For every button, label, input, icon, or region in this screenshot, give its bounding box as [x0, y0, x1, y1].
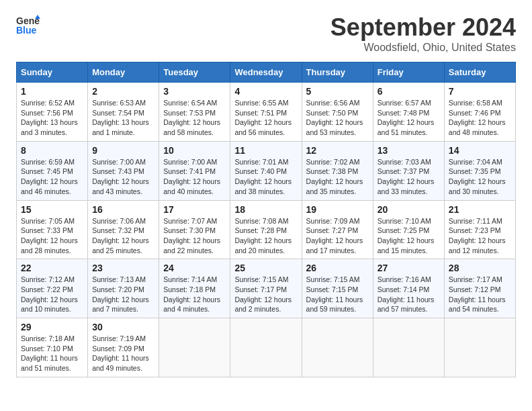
- day-number: 26: [306, 263, 369, 273]
- calendar-cell: [373, 318, 444, 377]
- day-number: 16: [92, 204, 154, 215]
- day-info: Sunrise: 6:58 AM Sunset: 7:46 PM Dayligh…: [449, 98, 511, 138]
- calendar-week-row: 29Sunrise: 7:18 AM Sunset: 7:10 PM Dayli…: [17, 318, 516, 377]
- day-number: 17: [163, 204, 226, 215]
- day-info: Sunrise: 7:02 AM Sunset: 7:38 PM Dayligh…: [306, 157, 369, 197]
- day-number: 24: [163, 263, 226, 273]
- day-number: 15: [21, 204, 83, 215]
- calendar-cell: [302, 318, 373, 377]
- day-number: 3: [163, 86, 226, 97]
- calendar-cell: 28Sunrise: 7:17 AM Sunset: 7:12 PM Dayli…: [444, 259, 515, 318]
- day-info: Sunrise: 6:52 AM Sunset: 7:56 PM Dayligh…: [21, 98, 83, 138]
- day-info: Sunrise: 6:59 AM Sunset: 7:45 PM Dayligh…: [21, 157, 83, 197]
- day-info: Sunrise: 7:04 AM Sunset: 7:35 PM Dayligh…: [449, 157, 511, 197]
- day-number: 5: [306, 86, 369, 97]
- calendar-cell: 22Sunrise: 7:12 AM Sunset: 7:22 PM Dayli…: [17, 259, 88, 318]
- calendar-cell: 13Sunrise: 7:03 AM Sunset: 7:37 PM Dayli…: [373, 141, 444, 200]
- calendar-cell: [159, 318, 230, 377]
- calendar-week-row: 15Sunrise: 7:05 AM Sunset: 7:33 PM Dayli…: [17, 200, 516, 259]
- calendar-cell: 26Sunrise: 7:15 AM Sunset: 7:15 PM Dayli…: [302, 259, 373, 318]
- day-number: 4: [234, 86, 297, 97]
- column-header-tuesday: Tuesday: [159, 62, 230, 83]
- title-area: September 2024 Woodsfield, Ohio, United …: [330, 13, 516, 54]
- day-info: Sunrise: 7:07 AM Sunset: 7:30 PM Dayligh…: [163, 216, 226, 256]
- calendar-cell: 9Sunrise: 7:00 AM Sunset: 7:43 PM Daylig…: [88, 141, 159, 200]
- calendar-cell: 14Sunrise: 7:04 AM Sunset: 7:35 PM Dayli…: [444, 141, 515, 200]
- day-info: Sunrise: 7:18 AM Sunset: 7:10 PM Dayligh…: [21, 334, 83, 373]
- calendar-cell: 15Sunrise: 7:05 AM Sunset: 7:33 PM Dayli…: [17, 200, 88, 259]
- day-info: Sunrise: 7:06 AM Sunset: 7:32 PM Dayligh…: [92, 216, 154, 256]
- calendar-cell: 20Sunrise: 7:10 AM Sunset: 7:25 PM Dayli…: [373, 200, 444, 259]
- calendar-cell: 24Sunrise: 7:14 AM Sunset: 7:18 PM Dayli…: [159, 259, 230, 318]
- day-number: 1: [21, 86, 83, 97]
- day-info: Sunrise: 7:17 AM Sunset: 7:12 PM Dayligh…: [449, 275, 511, 314]
- month-title: September 2024: [330, 13, 516, 42]
- calendar-cell: 23Sunrise: 7:13 AM Sunset: 7:20 PM Dayli…: [88, 259, 159, 318]
- calendar-cell: 1Sunrise: 6:52 AM Sunset: 7:56 PM Daylig…: [17, 83, 88, 142]
- calendar-cell: 5Sunrise: 6:56 AM Sunset: 7:50 PM Daylig…: [302, 83, 373, 142]
- day-number: 20: [378, 204, 440, 215]
- day-info: Sunrise: 7:12 AM Sunset: 7:22 PM Dayligh…: [21, 275, 83, 314]
- calendar-cell: 18Sunrise: 7:08 AM Sunset: 7:28 PM Dayli…: [230, 200, 302, 259]
- location-title: Woodsfield, Ohio, United States: [330, 42, 516, 54]
- day-number: 14: [449, 145, 511, 156]
- calendar-cell: 19Sunrise: 7:09 AM Sunset: 7:27 PM Dayli…: [302, 200, 373, 259]
- page-header: General Blue September 2024 Woodsfield, …: [16, 13, 516, 54]
- calendar-cell: [444, 318, 515, 377]
- calendar-week-row: 1Sunrise: 6:52 AM Sunset: 7:56 PM Daylig…: [17, 83, 516, 142]
- day-info: Sunrise: 7:00 AM Sunset: 7:43 PM Dayligh…: [92, 157, 154, 197]
- day-info: Sunrise: 7:15 AM Sunset: 7:15 PM Dayligh…: [306, 275, 369, 314]
- day-info: Sunrise: 6:56 AM Sunset: 7:50 PM Dayligh…: [306, 98, 369, 138]
- calendar-cell: 7Sunrise: 6:58 AM Sunset: 7:46 PM Daylig…: [444, 83, 515, 142]
- day-info: Sunrise: 7:11 AM Sunset: 7:23 PM Dayligh…: [449, 216, 511, 256]
- day-info: Sunrise: 7:09 AM Sunset: 7:27 PM Dayligh…: [306, 216, 369, 256]
- day-number: 8: [21, 145, 83, 156]
- calendar-body: 1Sunrise: 6:52 AM Sunset: 7:56 PM Daylig…: [17, 83, 516, 377]
- calendar-cell: 27Sunrise: 7:16 AM Sunset: 7:14 PM Dayli…: [373, 259, 444, 318]
- day-number: 30: [92, 322, 154, 332]
- day-number: 9: [92, 145, 154, 156]
- day-number: 6: [378, 86, 440, 97]
- day-info: Sunrise: 7:14 AM Sunset: 7:18 PM Dayligh…: [163, 275, 226, 314]
- column-header-friday: Friday: [373, 62, 444, 83]
- calendar-cell: 10Sunrise: 7:00 AM Sunset: 7:41 PM Dayli…: [159, 141, 230, 200]
- column-header-sunday: Sunday: [17, 62, 88, 83]
- calendar-cell: 3Sunrise: 6:54 AM Sunset: 7:53 PM Daylig…: [159, 83, 230, 142]
- day-number: 19: [306, 204, 369, 215]
- calendar-cell: 8Sunrise: 6:59 AM Sunset: 7:45 PM Daylig…: [17, 141, 88, 200]
- calendar-cell: 17Sunrise: 7:07 AM Sunset: 7:30 PM Dayli…: [159, 200, 230, 259]
- svg-text:Blue: Blue: [16, 25, 37, 36]
- calendar-cell: 30Sunrise: 7:19 AM Sunset: 7:09 PM Dayli…: [88, 318, 159, 377]
- logo: General Blue: [16, 13, 40, 38]
- calendar-cell: 2Sunrise: 6:53 AM Sunset: 7:54 PM Daylig…: [88, 83, 159, 142]
- logo-icon: General Blue: [16, 13, 40, 38]
- day-number: 7: [449, 86, 511, 97]
- day-info: Sunrise: 7:16 AM Sunset: 7:14 PM Dayligh…: [378, 275, 440, 314]
- day-number: 23: [92, 263, 154, 273]
- day-info: Sunrise: 7:10 AM Sunset: 7:25 PM Dayligh…: [378, 216, 440, 256]
- day-number: 13: [378, 145, 440, 156]
- calendar-cell: 25Sunrise: 7:15 AM Sunset: 7:17 PM Dayli…: [230, 259, 302, 318]
- day-info: Sunrise: 6:53 AM Sunset: 7:54 PM Dayligh…: [92, 98, 154, 138]
- calendar-cell: 11Sunrise: 7:01 AM Sunset: 7:40 PM Dayli…: [230, 141, 302, 200]
- day-info: Sunrise: 6:54 AM Sunset: 7:53 PM Dayligh…: [163, 98, 226, 138]
- day-number: 25: [234, 263, 297, 273]
- day-number: 2: [92, 86, 154, 97]
- calendar-cell: 29Sunrise: 7:18 AM Sunset: 7:10 PM Dayli…: [17, 318, 88, 377]
- calendar-week-row: 22Sunrise: 7:12 AM Sunset: 7:22 PM Dayli…: [17, 259, 516, 318]
- column-header-saturday: Saturday: [444, 62, 515, 83]
- day-info: Sunrise: 7:05 AM Sunset: 7:33 PM Dayligh…: [21, 216, 83, 256]
- day-number: 21: [449, 204, 511, 215]
- column-header-thursday: Thursday: [302, 62, 373, 83]
- day-info: Sunrise: 6:57 AM Sunset: 7:48 PM Dayligh…: [378, 98, 440, 138]
- day-info: Sunrise: 7:00 AM Sunset: 7:41 PM Dayligh…: [163, 157, 226, 197]
- calendar-header-row: SundayMondayTuesdayWednesdayThursdayFrid…: [17, 62, 516, 83]
- calendar-cell: 12Sunrise: 7:02 AM Sunset: 7:38 PM Dayli…: [302, 141, 373, 200]
- calendar-table: SundayMondayTuesdayWednesdayThursdayFrid…: [16, 62, 516, 377]
- day-info: Sunrise: 7:08 AM Sunset: 7:28 PM Dayligh…: [234, 216, 297, 256]
- day-info: Sunrise: 7:15 AM Sunset: 7:17 PM Dayligh…: [234, 275, 297, 314]
- day-info: Sunrise: 6:55 AM Sunset: 7:51 PM Dayligh…: [234, 98, 297, 138]
- day-info: Sunrise: 7:01 AM Sunset: 7:40 PM Dayligh…: [234, 157, 297, 197]
- calendar-cell: [230, 318, 302, 377]
- day-number: 18: [234, 204, 297, 215]
